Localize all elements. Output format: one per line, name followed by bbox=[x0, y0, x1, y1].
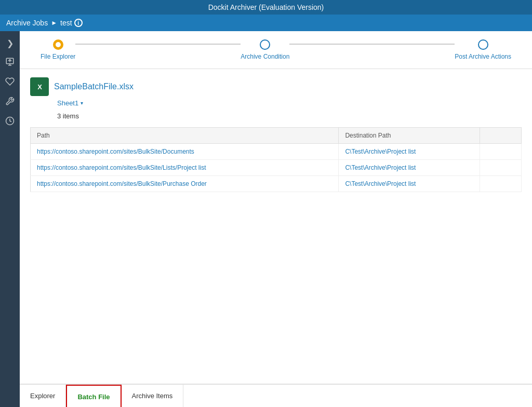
table-row: https://contoso.sharepoint.com/sites/Bul… bbox=[31, 144, 522, 160]
sidebar-item-history[interactable] bbox=[0, 112, 20, 132]
step-archive-condition[interactable]: Archive Condition bbox=[241, 39, 289, 60]
app-title: Dockit Archiver (Evaluation Version) bbox=[208, 3, 324, 11]
items-count: 3 items bbox=[57, 112, 522, 120]
step-line-1 bbox=[75, 44, 241, 45]
tab-explorer-label: Explorer bbox=[30, 392, 55, 400]
step-1-label: File Explorer bbox=[41, 53, 75, 60]
archive-jobs-label[interactable]: Archive Jobs bbox=[6, 19, 48, 27]
file-header: X SampleBatchFile.xlsx bbox=[30, 77, 522, 96]
wizard-steps: File Explorer Archive Condition Post Arc… bbox=[20, 31, 532, 69]
job-name: test bbox=[60, 19, 72, 27]
cell-destination: C\Test\Archive\Project list bbox=[339, 160, 480, 176]
step-post-archive[interactable]: Post Archive Actions bbox=[455, 39, 511, 60]
step-1-circle bbox=[53, 39, 63, 50]
info-icon[interactable]: i bbox=[74, 19, 83, 27]
tab-batch-file-label: Batch File bbox=[77, 393, 110, 401]
table-header-row: Path Destination Path bbox=[31, 128, 522, 144]
header-bar: Archive Jobs ► test i bbox=[0, 15, 532, 31]
excel-icon: X bbox=[30, 77, 49, 96]
sidebar-item-upload[interactable] bbox=[0, 53, 20, 73]
col-path: Path bbox=[31, 128, 339, 144]
col-destination: Destination Path bbox=[339, 128, 480, 144]
file-name: SampleBatchFile.xlsx bbox=[54, 82, 134, 91]
cell-destination: C\Test\Archive\Project list bbox=[339, 176, 480, 192]
sidebar-item-tools[interactable] bbox=[0, 92, 20, 112]
title-bar: Dockit Archiver (Evaluation Version) bbox=[0, 0, 532, 15]
sheet-selector[interactable]: Sheet1 ▾ bbox=[57, 99, 522, 107]
step-2-label: Archive Condition bbox=[241, 53, 289, 60]
data-table: Path Destination Path https://contoso.sh… bbox=[30, 127, 522, 192]
cell-destination: C\Test\Archive\Project list bbox=[339, 144, 480, 160]
table-row: https://contoso.sharepoint.com/sites/Bul… bbox=[31, 176, 522, 192]
sidebar: ❯ bbox=[0, 31, 20, 407]
tab-archive-items-label: Archive Items bbox=[132, 392, 173, 400]
tab-explorer[interactable]: Explorer bbox=[20, 385, 66, 407]
sidebar-item-bookmark[interactable] bbox=[0, 73, 20, 92]
tab-batch-file[interactable]: Batch File bbox=[66, 385, 121, 407]
chevron-down-icon: ▾ bbox=[81, 100, 83, 106]
step-file-explorer[interactable]: File Explorer bbox=[41, 39, 75, 60]
cell-empty bbox=[480, 160, 522, 176]
content-area: File Explorer Archive Condition Post Arc… bbox=[20, 31, 532, 407]
collapse-icon: ❯ bbox=[7, 38, 14, 48]
step-2-circle bbox=[260, 39, 270, 50]
sheet-name: Sheet1 bbox=[57, 99, 78, 107]
history-icon bbox=[5, 116, 15, 128]
table-row: https://contoso.sharepoint.com/sites/Bul… bbox=[31, 160, 522, 176]
bookmark-icon bbox=[5, 77, 15, 88]
cell-empty bbox=[480, 176, 522, 192]
main-content: X SampleBatchFile.xlsx Sheet1 ▾ 3 items … bbox=[20, 69, 532, 384]
cell-path: https://contoso.sharepoint.com/sites/Bul… bbox=[31, 160, 339, 176]
step-line-2 bbox=[289, 44, 455, 45]
tools-icon bbox=[5, 97, 15, 108]
tab-archive-items[interactable]: Archive Items bbox=[122, 385, 184, 407]
sidebar-item-collapse[interactable]: ❯ bbox=[0, 33, 20, 53]
col-empty bbox=[480, 128, 522, 144]
cell-empty bbox=[480, 144, 522, 160]
cell-path: https://contoso.sharepoint.com/sites/Bul… bbox=[31, 176, 339, 192]
breadcrumb-separator: ► bbox=[51, 19, 57, 26]
cell-path: https://contoso.sharepoint.com/sites/Bul… bbox=[31, 144, 339, 160]
step-3-circle bbox=[478, 39, 488, 50]
upload-icon bbox=[5, 57, 15, 69]
bottom-tabs: Explorer Batch File Archive Items bbox=[20, 384, 532, 407]
step-3-label: Post Archive Actions bbox=[455, 53, 511, 60]
